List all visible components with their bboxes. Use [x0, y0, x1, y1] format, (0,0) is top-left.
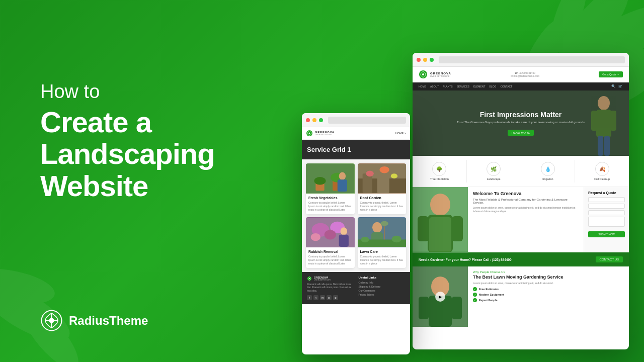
footer-link-pricing[interactable]: Pricing Tables	[359, 293, 406, 296]
site-logo-back: GREENOVA LIVE A BETTER LIFE	[419, 70, 451, 79]
cta-button[interactable]: CONTACT US	[596, 256, 623, 262]
svg-rect-56	[339, 235, 349, 247]
svg-rect-45	[362, 173, 372, 193]
front-url-bar	[328, 117, 406, 124]
svg-point-35	[309, 133, 310, 134]
svg-point-10	[49, 318, 54, 323]
footer-description: Praesent vell nulla purus. Nam vell est …	[307, 283, 354, 293]
svg-point-49	[390, 173, 397, 178]
feature-expert-people: ✓ Expert People	[473, 298, 624, 302]
welcome-subtitle: The Most Reliable & Professional Company…	[473, 198, 579, 204]
services-bar-back: 🌳 Tree Plantation 🌿 Landscape 💧 Irrigati…	[413, 156, 629, 187]
svg-point-17	[598, 96, 610, 110]
footer-link-guarantee[interactable]: Our Guarantee	[359, 289, 406, 292]
back-site-tagline: LIVE A BETTER LIFE	[430, 75, 451, 77]
get-quote-btn[interactable]: Get a Quote →	[599, 71, 623, 77]
roof-garden-body: Roof Garden Contrary to popular belief, …	[358, 194, 407, 214]
rubbish-removal-body: Rubbish Removal Contrary to popular beli…	[306, 247, 355, 268]
back-site-name: GREENOVA	[430, 72, 451, 75]
quote-email-field[interactable]	[588, 204, 625, 209]
front-minimize-dot	[312, 118, 316, 122]
welcome-content: Welcome To Greenova The Most Reliable & …	[468, 187, 584, 252]
quote-form-title: Request a Quote	[588, 191, 625, 195]
svg-point-38	[314, 177, 326, 185]
best-features: ✓ Free Estimates ✓ Modern Equipment ✓ Ex…	[473, 287, 624, 302]
quote-form: Request a Quote SUBMIT NOW	[584, 187, 629, 252]
service-card-lawn-care: Lawn Care Contrary to popular belief, Lo…	[358, 217, 407, 268]
footer-links-title: Useful Links	[359, 276, 406, 279]
back-nav-links: HOME ABOUT PLANTS SERVICES ELEMENT BLOG …	[419, 85, 512, 88]
quote-submit-button[interactable]: SUBMIT NOW	[588, 231, 625, 237]
browser-bar-back	[413, 53, 629, 67]
svg-point-55	[341, 227, 348, 235]
brand-name: RadiusTheme	[69, 314, 148, 328]
lawn-care-illustration	[358, 217, 407, 247]
svg-rect-33	[452, 297, 462, 319]
svg-point-61	[380, 221, 388, 226]
svg-point-64	[391, 236, 401, 243]
service-landscape: 🌿 Landscape	[467, 160, 521, 183]
front-footer: GREENOVA LIVE A BETTER LIFE Praesent vel…	[302, 272, 410, 304]
googleplus-icon[interactable]: g	[333, 295, 338, 300]
fresh-vegetables-desc: Contrary to popular belief, Lorem Ipsum …	[308, 201, 352, 212]
quote-subject-field[interactable]	[588, 210, 625, 215]
how-to-label: How to	[40, 80, 215, 104]
svg-rect-32	[419, 297, 429, 319]
footer-link-shipping[interactable]: Shipping & Delivery	[359, 285, 406, 288]
svg-rect-28	[429, 217, 451, 252]
svg-rect-27	[452, 216, 463, 241]
hero-content-back: First Impressions Matter Trust The Green…	[457, 111, 585, 136]
hero-button-back[interactable]: READ MORE	[508, 130, 534, 136]
facebook-icon[interactable]: f	[307, 295, 312, 300]
irrigation-label: Irrigation	[542, 177, 553, 180]
site-header-back: GREENOVA LIVE A BETTER LIFE ☎ +120003414…	[413, 67, 629, 82]
fresh-vegetables-image	[306, 163, 355, 194]
svg-point-16	[422, 73, 424, 75]
footer-link-ordering[interactable]: Ordering Info	[359, 281, 406, 284]
back-browser-mockup: GREENOVA LIVE A BETTER LIFE ☎ +120003414…	[413, 53, 629, 349]
svg-point-54	[311, 233, 320, 241]
svg-rect-21	[598, 136, 603, 156]
fresh-vegetables-body: Fresh Vegetables Contrary to popular bel…	[306, 194, 355, 214]
service-card-fresh-vegetables: Fresh Vegetables Contrary to popular bel…	[306, 163, 355, 214]
svg-rect-22	[604, 136, 610, 156]
tree-plantation-label: Tree Plantation	[430, 177, 449, 180]
roof-garden-image	[358, 163, 407, 194]
welcome-image	[413, 187, 468, 252]
footer-tagline: LIVE A BETTER LIFE	[314, 279, 331, 281]
footer-logo-section: GREENOVA LIVE A BETTER LIFE Praesent vel…	[307, 276, 354, 300]
play-button[interactable]: ▶	[435, 292, 445, 302]
brand-logo: RadiusTheme	[40, 309, 148, 332]
service-fall-cleanup: 🍂 Fall Cleanup	[575, 160, 629, 183]
lawn-care-body: Lawn Care Contrary to popular belief, Lo…	[358, 247, 407, 268]
pinterest-icon[interactable]: p	[327, 295, 332, 300]
site-logo-icon-back	[419, 70, 428, 79]
fall-cleanup-label: Fall Cleanup	[594, 177, 610, 180]
radius-theme-icon	[40, 309, 63, 332]
search-icon: 🔍	[611, 84, 616, 88]
rubbish-removal-desc: Contrary to popular belief, Lorem Ipsum …	[308, 255, 352, 265]
footer-logo-icon-front	[307, 276, 312, 281]
front-logo-icon	[306, 130, 313, 137]
linkedin-icon[interactable]: in	[320, 295, 325, 300]
svg-rect-36	[306, 164, 355, 193]
landscape-icon: 🌿	[487, 162, 501, 176]
footer-logo: GREENOVA LIVE A BETTER LIFE	[307, 276, 354, 281]
browser-bar-front	[302, 113, 410, 127]
twitter-icon[interactable]: t	[313, 295, 318, 300]
front-site-tagline: LIVE A BETTER LIFE	[315, 134, 335, 136]
rubbish-removal-image	[306, 217, 355, 247]
lawn-care-image	[358, 217, 407, 247]
hero-title-back: First Impressions Matter	[457, 111, 585, 119]
check-icon-2: ✓	[473, 293, 477, 297]
svg-rect-19	[591, 111, 597, 131]
roof-garden-title: Roof Garden	[360, 196, 404, 200]
footer-links-section: Useful Links Ordering Info Shipping & De…	[359, 276, 406, 300]
welcome-section-back: Welcome To Greenova The Most Reliable & …	[413, 187, 629, 252]
quote-name-field[interactable]	[588, 197, 625, 202]
back-nav-bar: HOME ABOUT PLANTS SERVICES ELEMENT BLOG …	[413, 82, 629, 90]
quote-message-field[interactable]	[588, 217, 625, 227]
svg-point-47	[366, 171, 373, 177]
svg-rect-20	[610, 111, 616, 131]
best-section: ▶ Why People Choose Us The Best Lawn Mov…	[413, 266, 629, 327]
